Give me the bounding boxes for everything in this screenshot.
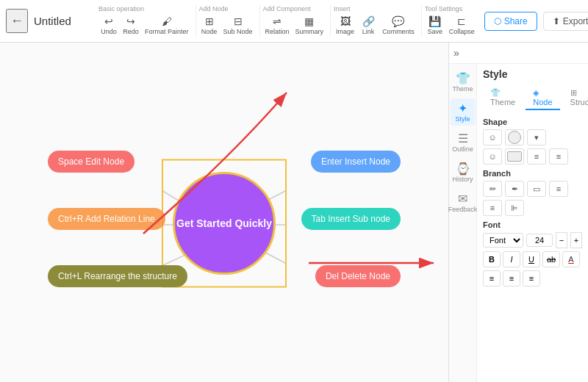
collapse-icon: ⊏ [457,15,466,27]
align-row: ≡ ≡ ≡ [483,270,582,286]
align-right-button[interactable]: ≡ [523,270,540,286]
branch-rect-button[interactable]: ▭ [527,181,546,197]
left-node-2[interactable]: Ctrl+R Add Relation Line [48,208,165,230]
theme-label: Theme [452,85,473,93]
history-label: History [452,176,473,183]
font-size-input[interactable] [526,234,553,247]
toolbar-group-basic: Basic operation ↩ Undo ↪ Redo 🖌 Format P… [98,5,196,37]
panel-collapse-button[interactable]: » [449,43,588,64]
toolbar: Basic operation ↩ Undo ↪ Redo 🖌 Format P… [98,5,484,37]
back-button[interactable]: ← [6,9,28,33]
align-left-button[interactable]: ≡ [483,270,501,286]
left-node-3[interactable]: Ctrl+L Rearrange the structure [48,265,187,287]
left-node-3-text: Ctrl+L Rearrange the structure [58,271,177,281]
right-node-1[interactable]: Enter Insert Node [311,151,401,173]
sidebar-history-icon[interactable]: ⌚ History [451,159,476,186]
redo-button[interactable]: ↪ Redo [121,14,141,37]
node-label: Node [201,28,218,35]
icon-lines2-button[interactable]: ≡ [549,148,568,165]
font-color-button[interactable]: A [562,251,580,267]
export-icon: ⬆ [553,16,560,26]
collapse-button[interactable]: ⊏ Collapse [447,14,477,37]
group-label-basic: Basic operation [98,5,144,12]
link-icon: 🔗 [362,15,375,27]
font-family-select[interactable]: Font [483,233,523,248]
format-painter-label: Format Painter [145,28,189,35]
sidebar-feedback-icon[interactable]: ✉ Feedback [451,189,476,216]
center-node[interactable]: Get Started Quickly [173,172,276,275]
group-items-tools: 💾 Save ⊏ Collapse [425,14,477,37]
panel-sidebar-icons: 👕 Theme ✦ Style ☰ Outline ⌚ History ✉ [449,64,477,382]
tab-node[interactable]: ◈ Node [526,86,559,110]
undo-button[interactable]: ↩ Undo [98,14,119,37]
image-button[interactable]: 🖼 Image [334,14,356,37]
sub-node-icon: ⊟ [234,15,243,27]
branch-opt2-button[interactable]: ⊫ [505,200,524,216]
branch-pencil-button[interactable]: ✒ [505,181,524,197]
branch-row-1: ✏ ✒ ▭ ≡ [483,181,582,197]
group-label-addnode: Add Node [199,5,229,12]
shape-down-button[interactable]: ▾ [527,129,546,145]
link-button[interactable]: 🔗 Link [358,14,379,37]
panel-body: 👕 Theme ✦ Style ☰ Outline ⌚ History ✉ [449,64,588,382]
icon-smiley-button[interactable]: ☺ [483,148,502,165]
right-node-2[interactable]: Tab Insert Sub node [301,208,401,230]
shape-circle-button[interactable] [505,129,524,145]
summary-button[interactable]: ▦ Summary [293,14,326,37]
save-icon: 💾 [429,15,441,27]
sidebar-theme-icon[interactable]: 👕 Theme [451,68,476,96]
group-items-basic: ↩ Undo ↪ Redo 🖌 Format Painter [98,14,191,37]
underline-button[interactable]: U [523,251,540,267]
tab-structure-label: Structure [570,98,588,107]
sidebar-style-icon[interactable]: ✦ Style [451,98,476,126]
image-icon: 🖼 [340,15,351,27]
save-label: Save [427,28,442,35]
branch-paint-button[interactable]: ✏ [483,181,502,197]
share-button[interactable]: ⬡ Share [484,12,537,31]
relation-button[interactable]: ⇌ Relation [263,14,292,37]
canvas[interactable]: Get Started Quickly Space Edit Node Ctrl… [0,43,448,382]
document-title: Untitled [34,15,93,27]
branch-opt1-button[interactable]: ≡ [483,200,502,216]
left-node-1[interactable]: Space Edit Node [48,151,135,173]
right-panel: » 👕 Theme ✦ Style ☰ Outline ⌚ H [448,43,588,382]
align-center-button[interactable]: ≡ [503,270,520,286]
icon-lines1-button[interactable]: ≡ [527,148,546,165]
node-button[interactable]: ⊞ Node [199,14,220,37]
toolbar-group-insert: Insert 🖼 Image 🔗 Link 💬 Comments [334,5,422,37]
icon-rect-button[interactable] [505,148,524,165]
right-node-2-text: Tab Insert Sub node [312,214,390,224]
branch-lines-button[interactable]: ≡ [549,181,568,197]
branch-row-2: ≡ ⊫ [483,200,582,216]
bold-button[interactable]: B [483,251,501,267]
tab-structure[interactable]: ⊞ Structure [563,86,588,110]
group-items-addnode: ⊞ Node ⊟ Sub Node [199,14,255,37]
image-label: Image [336,28,354,35]
tab-theme-icon: 👕 [490,88,501,97]
format-painter-button[interactable]: 🖌 Format Painter [143,14,191,37]
right-node-1-text: Enter Insert Node [321,156,390,167]
save-button[interactable]: 💾 Save [425,14,445,37]
header: ← Untitled Basic operation ↩ Undo ↪ Redo… [0,0,588,43]
toolbar-group-component: Add Component ⇌ Relation ▦ Summary [263,5,331,37]
redo-icon: ↪ [126,15,135,27]
strikethrough-button[interactable]: ab [542,251,560,267]
italic-button[interactable]: I [503,251,520,267]
summary-icon: ▦ [304,15,314,27]
relation-label: Relation [265,28,290,35]
tab-theme[interactable]: 👕 Theme [483,86,523,110]
shape-smiley-button[interactable]: ☺ [483,129,502,145]
relation-icon: ⇌ [273,15,282,27]
export-button[interactable]: ⬆ Export [543,12,588,31]
font-size-decrease-button[interactable]: − [556,232,567,248]
sidebar-outline-icon[interactable]: ☰ Outline [451,129,476,156]
left-node-1-text: Space Edit Node [58,156,124,167]
format-row: B I U ab A [483,251,582,267]
font-size-increase-button[interactable]: + [570,232,582,248]
sub-node-button[interactable]: ⊟ Sub Node [221,14,255,37]
shape-circle-preview [508,131,521,144]
comments-button[interactable]: 💬 Comments [380,14,417,37]
font-section-title: Font [483,220,582,229]
history-icon: ⌚ [456,162,470,176]
right-node-3[interactable]: Del Delete Node [315,265,401,287]
